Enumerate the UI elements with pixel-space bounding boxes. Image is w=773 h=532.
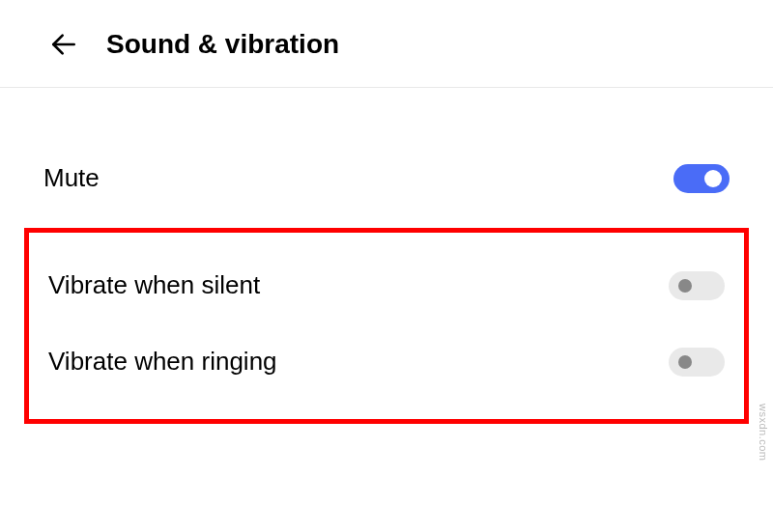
header: Sound & vibration — [0, 0, 773, 88]
highlight-box: Vibrate when silent Vibrate when ringing — [24, 228, 749, 424]
mute-toggle[interactable] — [673, 164, 730, 193]
vibrate-ringing-toggle[interactable] — [669, 348, 725, 377]
settings-content: Mute Vibrate when silent Vibrate when ri… — [0, 88, 773, 424]
vibrate-ringing-label: Vibrate when ringing — [48, 347, 277, 377]
watermark: wsxdn.com — [758, 404, 769, 462]
page-title: Sound & vibration — [106, 29, 339, 60]
setting-row-vibrate-silent: Vibrate when silent — [29, 247, 744, 323]
setting-row-mute: Mute — [0, 146, 773, 210]
back-button[interactable] — [48, 29, 79, 60]
mute-label: Mute — [43, 163, 100, 193]
setting-row-vibrate-ringing: Vibrate when ringing — [29, 323, 744, 400]
vibrate-silent-label: Vibrate when silent — [48, 270, 260, 300]
arrow-left-icon — [48, 29, 79, 60]
vibrate-silent-toggle[interactable] — [669, 271, 725, 300]
